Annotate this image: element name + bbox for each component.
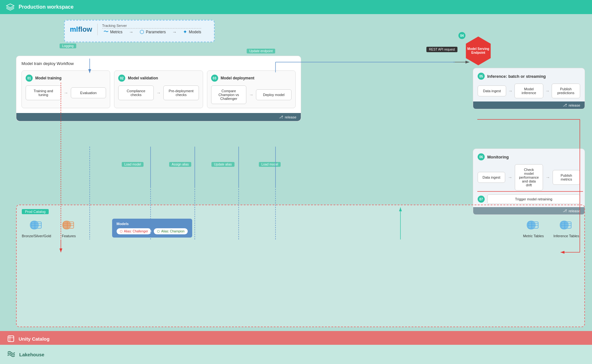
mon-data-ingest: Data ingest <box>478 172 505 183</box>
unity-catalog-title: Unity Catalog <box>19 336 50 342</box>
workflow-box: Model train deploy Workflow 01 Model tra… <box>16 56 301 121</box>
champion-icon: ⬡ <box>157 230 160 233</box>
arrow-training: → <box>64 90 68 95</box>
models-section: Models ⬡ Alias: Challenger ⬡ Alias: Cham… <box>112 219 192 238</box>
git-icon-inf: ⎇ <box>563 103 567 107</box>
metrics-icon: 〜 <box>103 28 109 35</box>
bronze-silver-gold-item: Bronze/Silver/Gold <box>22 218 51 238</box>
table-icon-bronze <box>29 218 45 232</box>
mon-check-model: Check model performance and data drift <box>515 164 543 190</box>
svg-rect-20 <box>8 336 14 342</box>
workflow-section-training: 01 Model training Training and tuning → … <box>21 70 110 108</box>
inference-release-bar: ⎇ release <box>473 101 585 109</box>
num-06: 06 <box>478 153 485 160</box>
bronze-silver-gold-label: Bronze/Silver/Gold <box>22 234 51 238</box>
lakehouse-title: Lakehouse <box>19 352 44 357</box>
step-compare-champion: Compare Champion vs Challenger <box>211 85 247 104</box>
load-model-1-label: Load model <box>122 162 144 167</box>
workflow-section-deployment: 03 Model deployment Compare Champion vs … <box>207 70 296 108</box>
step-deploy-model: Deploy model <box>256 89 292 100</box>
inference-release-label: release <box>569 103 580 107</box>
top-bar: Production workspace <box>0 0 592 14</box>
inf-arrow2: → <box>545 88 550 93</box>
arrow-sep2: → <box>172 29 177 35</box>
prod-catalog-label: Prod Catalog <box>22 209 49 214</box>
logging-label: Logging <box>60 44 76 48</box>
page-title: Production workspace <box>19 4 74 10</box>
inference-title: Inference: batch or streaming <box>487 74 546 79</box>
inf-publish-predictions: Publish predictions <box>552 84 580 98</box>
models-title: Models <box>117 222 188 226</box>
challenger-icon: ⬡ <box>120 230 123 233</box>
models-box: Models ⬡ Alias: Challenger ⬡ Alias: Cham… <box>112 219 192 238</box>
catalog-items: Bronze/Silver/Gold Features Models <box>22 218 579 238</box>
inf-arrow1: → <box>508 88 513 93</box>
step-evaluation: Evaluation <box>71 87 106 98</box>
inference-box: 05 Inference: batch or streaming Data in… <box>473 68 585 109</box>
model-serving-hexagon-wrap: Model Serving Endpoint <box>464 36 493 65</box>
update-endpoint-label: Update endpoint <box>247 49 275 53</box>
mlflow-tracking-box: mlflow Tracking Server 〜 Metrics → ⬡ Par… <box>64 20 215 42</box>
update-alias-label: Update alias <box>211 162 234 167</box>
section-title-training: Model training <box>35 76 62 80</box>
mlflow-parameters: ⬡ Parameters <box>140 29 166 35</box>
table-icon-metrics <box>525 218 541 232</box>
rest-api-tag: REST API request <box>426 47 457 52</box>
workflow-title: Model train deploy Workflow <box>21 61 296 66</box>
inf-model-inference: Model inference <box>514 84 543 98</box>
model-aliases: ⬡ Alias: Challenger ⬡ Alias: Champion <box>117 228 188 234</box>
arrow-validation: → <box>156 90 161 95</box>
models-icon-mlflow: ✦ <box>183 29 187 35</box>
section-title-deployment: Model deployment <box>221 76 254 80</box>
step-compliance-checks: Compliance checks <box>118 85 154 100</box>
section-num-01: 01 <box>26 75 33 82</box>
table-icon-features <box>61 218 77 232</box>
num-05: 05 <box>478 73 485 80</box>
params-icon: ⬡ <box>140 29 144 35</box>
metric-tables-label: Metric Tables <box>523 234 544 238</box>
lakehouse-bar: Lakehouse <box>0 345 592 364</box>
workflow-release-bar: ⎇ release <box>16 113 301 121</box>
metric-tables-item: Metric Tables <box>523 218 544 238</box>
inference-tables-item: Inference Tables <box>553 218 579 238</box>
layers-icon <box>6 3 15 12</box>
mon-arrow2: → <box>546 175 550 180</box>
mlflow-metrics: 〜 Metrics <box>103 28 123 35</box>
features-item: Features <box>61 218 77 238</box>
load-model-2-label: Load model <box>259 162 281 167</box>
step-predeployment-checks: Pre-deployment checks <box>163 85 199 100</box>
monitoring-title: Monitoring <box>487 155 509 159</box>
assign-alias-label: Assign alias <box>169 162 191 167</box>
num-07: 07 <box>478 196 485 203</box>
inference-tables-label: Inference Tables <box>553 234 579 238</box>
arrow-sep1: → <box>129 29 133 35</box>
table-icon-inference <box>558 218 574 232</box>
mlflow-logo: mlflow <box>70 25 92 34</box>
workflow-sections: 01 Model training Training and tuning → … <box>21 70 296 108</box>
tracking-server-label: Tracking Server <box>102 24 201 28</box>
workflow-section-validation: 02 Model validation Compliance checks → … <box>114 70 203 108</box>
mon-publish-metrics: Publish metrics <box>553 170 580 185</box>
alias-challenger: ⬡ Alias: Challenger <box>117 228 152 234</box>
step-training-tuning: Training and tuning <box>26 85 61 100</box>
unity-icon <box>7 335 15 343</box>
alias-champion: ⬡ Alias: Champion <box>154 228 188 234</box>
unity-catalog-bar: Unity Catalog <box>0 331 592 346</box>
section-num-02: 02 <box>118 75 125 82</box>
model-serving-endpoint: Model Serving Endpoint <box>464 36 493 65</box>
inf-data-ingest: Data ingest <box>478 85 506 96</box>
section-title-validation: Model validation <box>128 76 158 80</box>
workflow-release-label: release <box>285 115 296 119</box>
git-icon-workflow: ⎇ <box>279 115 283 119</box>
lakehouse-icon <box>7 351 15 358</box>
features-label: Features <box>62 234 76 238</box>
arrow-deployment: → <box>249 92 253 97</box>
section-num-03: 03 <box>211 75 218 82</box>
mlflow-models: ✦ Models <box>183 29 201 35</box>
trigger-retraining: Trigger model retraining <box>487 194 580 204</box>
mon-arrow1: → <box>508 175 512 180</box>
prod-catalog-area: Prod Catalog Bronze/Silver/Gold <box>16 205 585 327</box>
